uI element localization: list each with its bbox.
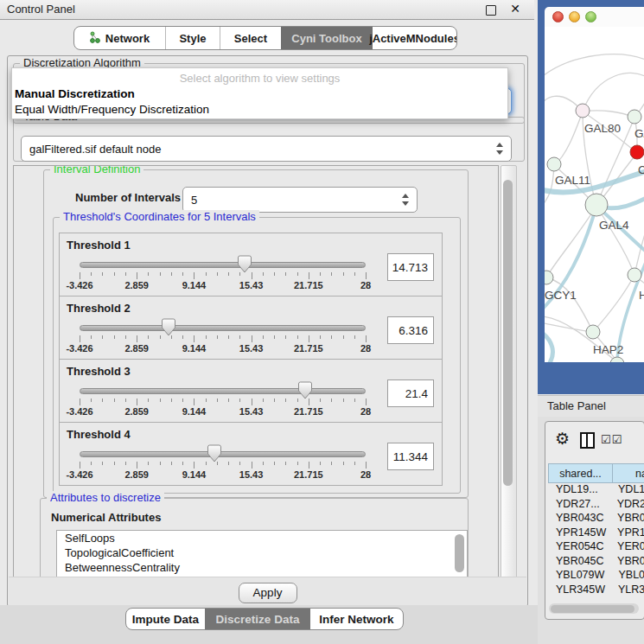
- slider-scale-labels: -3.4262.8599.14415.4321.71528: [80, 343, 366, 354]
- tab-impute-data[interactable]: Impute Data: [126, 609, 205, 629]
- slider-scale-labels: -3.4262.8599.14415.4321.71528: [80, 406, 366, 417]
- float-icon[interactable]: [486, 5, 496, 16]
- slider-track[interactable]: [80, 388, 366, 394]
- network-node-label: GA: [634, 127, 644, 140]
- scale-label: 15.43: [239, 406, 264, 417]
- scale-label: 2.859: [124, 406, 149, 417]
- slider-track[interactable]: [80, 451, 366, 457]
- tab-discretize-data[interactable]: Discretize Data: [205, 609, 310, 629]
- network-node[interactable]: [585, 194, 608, 216]
- network-canvas[interactable]: GAL80GACGAL11GAL4GCY1HHAP2: [545, 27, 644, 362]
- list-scrollbar[interactable]: [455, 534, 464, 572]
- network-tab-icon: [90, 31, 101, 46]
- minimize-traffic-light[interactable]: [569, 11, 580, 22]
- scale-label: 2.859: [124, 280, 149, 290]
- tab-label: Select: [234, 32, 267, 45]
- attribute-list-item[interactable]: BetweennessCentrality: [57, 560, 467, 575]
- network-node[interactable]: [586, 325, 600, 339]
- tab-network[interactable]: Network: [74, 27, 165, 49]
- interval-definition-group: Interval Definition Number of Intervals …: [43, 169, 469, 498]
- tab-style[interactable]: Style: [165, 27, 220, 49]
- network-node[interactable]: [576, 104, 590, 118]
- table-row[interactable]: YLR345WYLR3: [548, 583, 644, 598]
- table-row[interactable]: YBL079WYBL0: [548, 569, 644, 583]
- tab-select[interactable]: Select: [220, 27, 281, 49]
- scale-label: 21.715: [294, 469, 323, 480]
- scale-label: 21.715: [294, 406, 323, 417]
- close-icon[interactable]: ✕: [510, 2, 520, 16]
- tab-cyni-toolbox[interactable]: Cyni Toolbox: [281, 27, 373, 49]
- column-header-name[interactable]: na: [613, 463, 644, 483]
- column-header-shared-name[interactable]: shared...: [548, 463, 613, 483]
- apply-button[interactable]: Apply: [239, 583, 297, 603]
- table-panel-bar: Table Panel: [538, 395, 644, 418]
- network-node[interactable]: [628, 110, 641, 124]
- number-of-intervals-value: 5: [191, 194, 197, 207]
- table-row[interactable]: YBR045CYBR0: [548, 555, 644, 570]
- threshold-value-field[interactable]: 14.713: [387, 253, 434, 281]
- zoom-traffic-light[interactable]: [585, 11, 596, 22]
- network-node[interactable]: [545, 271, 553, 284]
- algorithm-option[interactable]: Manual Discretization: [12, 86, 507, 102]
- table-row[interactable]: YDL19...YDL1: [548, 483, 644, 498]
- threshold-value-field[interactable]: 6.316: [387, 316, 434, 344]
- gear-icon[interactable]: ⚙: [555, 429, 570, 449]
- algorithm-option[interactable]: Equal Width/Frequency Discretization: [12, 102, 507, 118]
- number-of-intervals-combo[interactable]: 5: [182, 187, 418, 213]
- network-window: GAL80GACGAL11GAL4GCY1HHAP2: [538, 0, 644, 394]
- network-node[interactable]: [547, 157, 561, 171]
- scale-label: 28: [360, 469, 371, 480]
- checkbox-icons[interactable]: ☑☑: [601, 433, 622, 446]
- table-data-combo[interactable]: galFiltered.sif default node: [21, 136, 512, 162]
- tab-infer-network[interactable]: Infer Network: [310, 609, 403, 629]
- attribute-list-item[interactable]: SelfLoops: [57, 531, 467, 545]
- table-row[interactable]: YBR043CYBR0: [548, 512, 644, 526]
- scrollbar-thumb[interactable]: [503, 180, 513, 486]
- tab-jactivemnodules[interactable]: jActiveMNodules: [373, 27, 456, 49]
- table-data-value: galFiltered.sif default node: [29, 143, 161, 156]
- cyni-toolbox-panel: Discretization Algorithm Table Data galF…: [7, 55, 528, 607]
- table-rows: YDL19...YDL1YDR27...YDR2YBR043CYBR0YPR14…: [548, 483, 644, 597]
- scale-label: 21.715: [294, 280, 323, 290]
- table-cell: YDR27...: [548, 498, 615, 513]
- column-layout-icon[interactable]: [580, 432, 595, 449]
- table-hscrollbar[interactable]: [549, 603, 639, 614]
- network-node-label: GAL11: [555, 174, 590, 187]
- slider-track[interactable]: [80, 262, 366, 268]
- hscrollbar-thumb[interactable]: [551, 605, 634, 613]
- table-cell: YBL0: [615, 569, 644, 583]
- numerical-attributes-list[interactable]: SelfLoopsTopologicalCoefficientBetweenne…: [56, 530, 468, 578]
- scale-label: 9.144: [182, 343, 207, 354]
- close-traffic-light[interactable]: [552, 11, 564, 22]
- scale-label: -3.426: [66, 343, 92, 354]
- scale-label: 2.859: [124, 343, 149, 354]
- attribute-list-item[interactable]: TopologicalCoefficient: [57, 545, 467, 560]
- table-row[interactable]: YER054CYER0: [548, 540, 644, 555]
- top-tab-bar: NetworkStyleSelectCyni ToolboxjActiveMNo…: [73, 26, 457, 50]
- network-node[interactable]: [630, 145, 644, 159]
- table-row[interactable]: YDR27...YDR2: [548, 498, 644, 513]
- slider-scale-labels: -3.4262.8599.14415.4321.71528: [80, 280, 366, 290]
- slider-track[interactable]: [80, 325, 366, 331]
- scale-label: 2.859: [124, 469, 149, 480]
- network-edge: [545, 165, 554, 208]
- scale-label: 9.144: [182, 406, 207, 417]
- table-row[interactable]: YPR145WYPR1: [548, 526, 644, 541]
- settings-scrollbar[interactable]: [501, 165, 517, 578]
- threshold-label: Threshold 2: [67, 302, 131, 315]
- slider-ticks: [80, 272, 366, 280]
- table-cell: YPR145W: [548, 526, 615, 541]
- network-node-label: HAP2: [593, 343, 623, 356]
- table-cell: YER0: [615, 540, 644, 555]
- table-toolbar: ⚙ ☑☑: [545, 422, 644, 462]
- network-edge: [545, 322, 593, 332]
- network-node[interactable]: [628, 268, 641, 282]
- threshold-panel-2: Threshold 2-3.4262.8599.14415.4321.71528…: [59, 296, 443, 360]
- number-of-intervals-label: Number of Intervals: [75, 191, 181, 204]
- threshold-value-field[interactable]: 21.4: [387, 379, 434, 407]
- scale-label: 15.43: [239, 343, 264, 354]
- interval-definition-label: Interval Definition: [50, 165, 143, 175]
- table-header-row: shared... na: [548, 463, 644, 483]
- threshold-value-field[interactable]: 11.344: [387, 443, 434, 470]
- scale-label: 15.43: [239, 280, 264, 290]
